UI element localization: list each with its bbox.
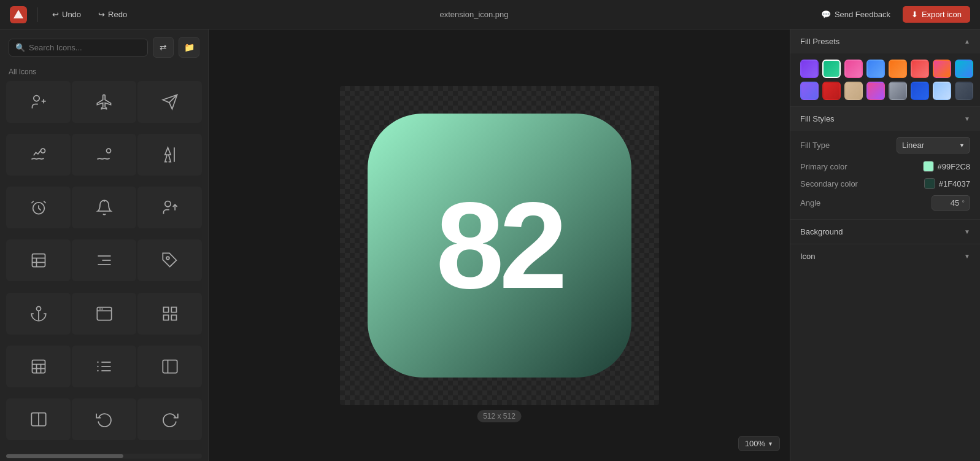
angle-input[interactable] bbox=[937, 198, 959, 207]
icon-cell-grid[interactable] bbox=[137, 293, 202, 335]
primary-color-value[interactable]: #99F2C8 bbox=[923, 161, 970, 172]
redo-icon: ↪ bbox=[98, 10, 105, 19]
zoom-control[interactable]: 100% ▼ bbox=[738, 436, 780, 451]
icon-cell-columns[interactable] bbox=[6, 398, 71, 440]
preset-swatch-9[interactable] bbox=[800, 82, 819, 100]
icon-section-label: Icon bbox=[800, 252, 816, 261]
fill-presets-header[interactable]: Fill Presets ▲ bbox=[790, 29, 980, 53]
export-label: Export icon bbox=[922, 10, 962, 19]
icon-cell-redo[interactable] bbox=[137, 398, 202, 440]
preset-swatch-13[interactable] bbox=[889, 82, 907, 100]
preset-swatch-3[interactable] bbox=[844, 60, 863, 78]
icon-number-display: 82 bbox=[436, 184, 562, 307]
svg-point-17 bbox=[36, 306, 41, 311]
canvas-area: 82 512 x 512 100% ▼ bbox=[209, 29, 790, 461]
icon-grid bbox=[0, 81, 208, 450]
fill-type-value: Linear bbox=[902, 141, 924, 150]
preset-swatch-10[interactable] bbox=[822, 82, 841, 100]
secondary-color-value[interactable]: #1F4037 bbox=[924, 178, 970, 189]
angle-input-wrap[interactable]: ° bbox=[932, 195, 970, 211]
icon-cell-plane-alt[interactable] bbox=[72, 81, 136, 123]
icon-cell-plane[interactable] bbox=[137, 81, 202, 123]
svg-rect-27 bbox=[32, 360, 45, 373]
svg-rect-9 bbox=[32, 254, 45, 267]
angle-row: Angle ° bbox=[800, 195, 970, 211]
undo-icon: ↩ bbox=[52, 10, 59, 19]
icon-cell-sidebar[interactable] bbox=[137, 346, 202, 387]
svg-rect-25 bbox=[163, 315, 168, 320]
search-box[interactable]: 🔍 bbox=[9, 39, 148, 56]
preset-swatch-16[interactable] bbox=[955, 82, 973, 100]
icon-cell-align-right[interactable] bbox=[72, 239, 136, 281]
preset-swatch-15[interactable] bbox=[933, 82, 951, 100]
preset-swatch-8[interactable] bbox=[955, 60, 973, 78]
icon-cell-swim2[interactable] bbox=[72, 134, 136, 176]
icon-cell-bar[interactable] bbox=[137, 134, 202, 176]
undo-button[interactable]: ↩ Undo bbox=[47, 7, 86, 21]
chat-icon: 💬 bbox=[821, 10, 831, 19]
background-chevron-icon: ▼ bbox=[964, 228, 970, 235]
undo-label: Undo bbox=[62, 10, 81, 19]
icon-cell-swim[interactable] bbox=[6, 134, 71, 176]
preset-swatch-11[interactable] bbox=[844, 82, 863, 100]
preset-swatch-5[interactable] bbox=[889, 60, 907, 78]
preset-swatch-1[interactable] bbox=[800, 60, 819, 78]
angle-label: Angle bbox=[800, 198, 820, 207]
app-icon-preview: 82 bbox=[368, 114, 631, 378]
svg-rect-19 bbox=[97, 307, 111, 320]
search-input[interactable] bbox=[29, 43, 141, 52]
folder-button[interactable]: 📁 bbox=[179, 37, 199, 58]
export-button[interactable]: ⬇ Export icon bbox=[903, 6, 970, 23]
checker-background: 82 bbox=[340, 86, 659, 405]
redo-button[interactable]: ↪ Redo bbox=[93, 7, 132, 21]
canvas-size-label: 512 x 512 bbox=[477, 410, 522, 422]
zoom-value: 100% bbox=[745, 439, 765, 448]
presets-grid bbox=[790, 53, 980, 106]
svg-rect-26 bbox=[171, 315, 176, 320]
icon-cell-anchor[interactable] bbox=[6, 293, 71, 335]
preset-swatch-14[interactable] bbox=[911, 82, 929, 100]
icon-cell-browser[interactable] bbox=[72, 293, 136, 335]
search-icon: 🔍 bbox=[15, 43, 25, 52]
app-logo bbox=[10, 6, 27, 23]
icon-cell-list[interactable] bbox=[72, 346, 136, 387]
preset-swatch-4[interactable] bbox=[866, 60, 885, 78]
fill-presets-section: Fill Presets ▲ bbox=[790, 29, 980, 107]
icon-cell-bell[interactable] bbox=[72, 187, 136, 228]
icon-cell-person-upload[interactable] bbox=[137, 187, 202, 228]
icon-cell-alarm[interactable] bbox=[6, 187, 71, 228]
icon-cell-person-add[interactable] bbox=[6, 81, 71, 123]
filename-text: extension_icon.png bbox=[440, 10, 509, 19]
svg-rect-24 bbox=[171, 307, 176, 312]
fill-styles-section: Fill Styles ▼ Fill Type Linear ▼ Primary… bbox=[790, 107, 980, 220]
icon-cell-table-row[interactable] bbox=[6, 239, 71, 281]
primary-color-label: Primary color bbox=[800, 162, 847, 171]
canvas-wrapper: 82 512 x 512 bbox=[340, 86, 659, 405]
fill-styles-header[interactable]: Fill Styles ▼ bbox=[790, 107, 980, 131]
preset-swatch-6[interactable] bbox=[911, 60, 929, 78]
feedback-button[interactable]: 💬 Send Feedback bbox=[816, 7, 895, 21]
zoom-chevron-icon: ▼ bbox=[768, 441, 773, 447]
filter-button[interactable]: ⇄ bbox=[153, 37, 174, 58]
preset-swatch-2[interactable] bbox=[822, 60, 841, 78]
icon-section[interactable]: Icon ▼ bbox=[790, 244, 980, 268]
right-panel: Fill Presets ▲ Fill Styles ▼ Fill Type L… bbox=[790, 29, 980, 461]
fill-type-label: Fill Type bbox=[800, 141, 830, 150]
background-section[interactable]: Background ▼ bbox=[790, 220, 980, 244]
fill-styles-body: Fill Type Linear ▼ Primary color #99F2C8 bbox=[790, 131, 980, 219]
main-layout: 🔍 ⇄ 📁 All Icons bbox=[0, 29, 980, 461]
primary-color-row: Primary color #99F2C8 bbox=[800, 161, 970, 172]
redo-label: Redo bbox=[108, 10, 127, 19]
primary-color-swatch[interactable] bbox=[923, 161, 934, 172]
fill-styles-title: Fill Styles bbox=[800, 114, 835, 123]
topbar-right: 💬 Send Feedback ⬇ Export icon bbox=[816, 6, 970, 23]
secondary-color-swatch[interactable] bbox=[924, 178, 935, 189]
preset-swatch-7[interactable] bbox=[933, 60, 951, 78]
preset-swatch-12[interactable] bbox=[866, 82, 885, 100]
icon-cell-tag[interactable] bbox=[137, 239, 202, 281]
icon-cell-undo[interactable] bbox=[72, 398, 136, 440]
fill-type-select[interactable]: Linear ▼ bbox=[897, 137, 970, 153]
horizontal-scrollbar[interactable] bbox=[6, 454, 202, 459]
download-icon: ⬇ bbox=[911, 10, 918, 19]
icon-cell-table2[interactable] bbox=[6, 346, 71, 387]
